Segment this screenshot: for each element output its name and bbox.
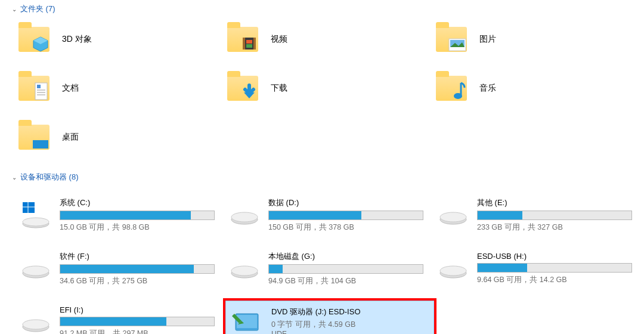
drive-label: 其他 (E:) (477, 197, 632, 208)
svg-rect-21 (23, 208, 28, 213)
drive-usage-bar (477, 263, 632, 273)
drive-label: DVD 驱动器 (J:) ESD-ISO (271, 307, 418, 317)
svg-point-28 (231, 212, 258, 222)
section-title-drives: 设备和驱动器 (8) (20, 172, 79, 183)
svg-rect-3 (243, 38, 245, 50)
drive-subtext: 150 GB 可用，共 378 GB (268, 222, 423, 233)
drive-subtext: 233 GB 可用，共 327 GB (477, 222, 632, 233)
drive-label: 系统 (C:) (60, 197, 215, 208)
hard-drive-icon (229, 252, 260, 285)
svg-rect-5 (246, 40, 252, 44)
drive-usage-bar (60, 264, 215, 274)
windows-drive-icon (20, 198, 51, 231)
folder-label: 视频 (271, 34, 287, 45)
folder-label: 图片 (479, 34, 496, 45)
folder-label: 音乐 (479, 83, 496, 94)
section-header-folders[interactable]: ⌄ 文件夹 (7) (0, 0, 644, 18)
svg-rect-6 (246, 44, 252, 48)
drive-subtext: 94.9 GB 可用，共 104 GB (268, 276, 423, 286)
folder-downloads[interactable]: 下载 (225, 70, 434, 106)
drive-dvd-j[interactable]: DVD 驱动器 (J:) ESD-ISO 0 字节 可用，共 4.59 GB U… (225, 301, 434, 334)
folder-3d-objects[interactable]: 3D 对象 (17, 21, 225, 57)
drive-system-c[interactable]: 系统 (C:) 15.0 GB 可用，共 98.8 GB (17, 193, 225, 236)
section-title-folders: 文件夹 (7) (20, 4, 55, 14)
drive-subtext: 9.64 GB 可用，共 14.2 GB (477, 275, 632, 285)
drive-label: 软件 (F:) (60, 251, 215, 262)
drive-subtext: 91.2 MB 可用，共 297 MB (60, 329, 215, 334)
svg-rect-11 (37, 85, 41, 88)
folder-pictures[interactable]: 图片 (434, 21, 643, 57)
svg-point-16 (454, 93, 462, 99)
folder-label: 下载 (271, 83, 287, 94)
drive-label: 本地磁盘 (G:) (268, 251, 423, 262)
drive-usage-bar (60, 317, 215, 326)
hard-drive-icon (438, 198, 469, 231)
svg-point-30 (440, 212, 466, 222)
hard-drive-icon (20, 252, 51, 285)
hard-drive-icon (229, 198, 260, 231)
hard-drive-icon (438, 252, 469, 285)
folder-desktop-icon (17, 120, 51, 154)
hard-drive-icon (20, 305, 51, 334)
folder-label: 桌面 (62, 132, 79, 143)
svg-rect-22 (29, 208, 35, 213)
drive-label: ESD-USB (H:) (477, 252, 632, 261)
folder-pictures-icon (434, 23, 469, 56)
drive-software-f[interactable]: 软件 (F:) 34.6 GB 可用，共 275 GB (17, 247, 225, 290)
svg-rect-20 (29, 202, 35, 207)
folder-grid: 3D 对象 视频 图片 文档 下载 (0, 21, 644, 155)
drive-filesystem: UDF (271, 330, 418, 335)
drive-other-e[interactable]: 其他 (E:) 233 GB 可用，共 327 GB (434, 193, 643, 236)
drive-usage-bar (477, 211, 632, 220)
folder-videos-icon (225, 23, 260, 56)
chevron-down-icon: ⌄ (12, 6, 17, 13)
svg-marker-15 (244, 92, 255, 98)
drive-subtext: 15.0 GB 可用，共 98.8 GB (60, 222, 215, 233)
drive-subtext: 34.6 GB 可用，共 275 GB (60, 276, 215, 286)
drive-local-g[interactable]: 本地磁盘 (G:) 94.9 GB 可用，共 104 GB (225, 247, 434, 290)
folder-videos[interactable]: 视频 (225, 21, 434, 57)
drive-usage-bar (268, 264, 423, 274)
svg-point-36 (440, 266, 466, 276)
svg-point-38 (23, 320, 49, 329)
drive-efi-i[interactable]: EFI (I:) 91.2 MB 可用，共 297 MB (17, 301, 225, 334)
folder-music-icon (434, 72, 469, 105)
drive-usage-bar (268, 211, 423, 220)
folder-label: 3D 对象 (62, 34, 92, 45)
chevron-down-icon: ⌄ (12, 174, 17, 181)
drive-usage-bar (60, 211, 215, 220)
svg-point-26 (23, 218, 49, 226)
svg-rect-19 (23, 202, 28, 207)
folder-documents[interactable]: 文档 (17, 70, 225, 106)
drive-subtext: 0 字节 可用，共 4.59 GB (271, 320, 418, 330)
folder-desktop[interactable]: 桌面 (17, 119, 225, 155)
folder-downloads-icon (225, 72, 260, 105)
svg-point-32 (23, 266, 49, 276)
drive-grid: 系统 (C:) 15.0 GB 可用，共 98.8 GB 数据 (D:) 150… (0, 193, 644, 334)
folder-3d-icon (17, 23, 51, 56)
svg-rect-4 (253, 38, 256, 50)
dvd-install-icon (230, 305, 263, 334)
folder-label: 文档 (62, 83, 79, 94)
svg-point-34 (231, 266, 258, 276)
drive-data-d[interactable]: 数据 (D:) 150 GB 可用，共 378 GB (225, 193, 434, 236)
folder-music[interactable]: 音乐 (434, 70, 643, 106)
folder-documents-icon (17, 72, 51, 105)
section-header-drives[interactable]: ⌄ 设备和驱动器 (8) (0, 168, 644, 186)
drive-esd-usb-h[interactable]: ESD-USB (H:) 9.64 GB 可用，共 14.2 GB (434, 247, 643, 290)
drive-label: EFI (I:) (60, 305, 215, 314)
drive-label: 数据 (D:) (268, 197, 423, 208)
svg-rect-17 (33, 140, 48, 149)
